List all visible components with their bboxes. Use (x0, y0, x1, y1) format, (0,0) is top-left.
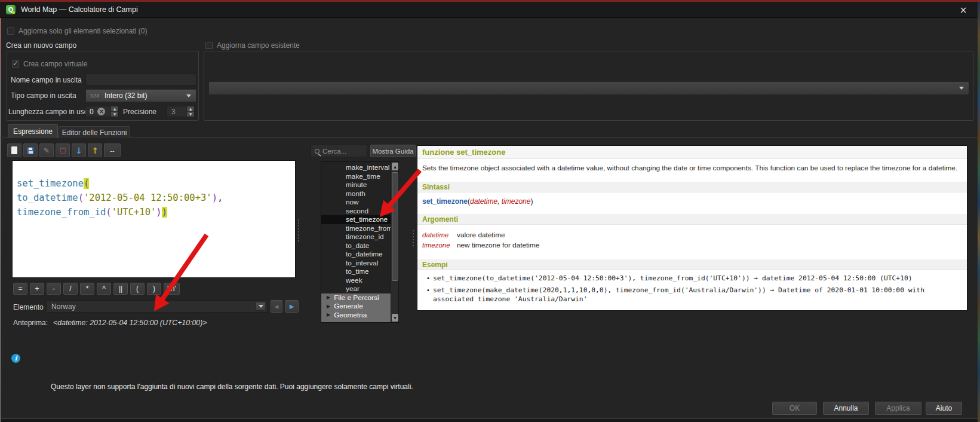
operator-button[interactable]: - (47, 283, 61, 295)
function-list-item[interactable]: to_time (321, 267, 391, 276)
tab-function-editor-label: Editor delle Funzioni (62, 129, 127, 137)
edit-expression-button[interactable]: ✎ (39, 143, 54, 157)
operator-button[interactable]: / (63, 283, 78, 295)
example-code: set_timezone(to_datetime('2012-05-04 12:… (433, 274, 959, 283)
tab-expression[interactable]: Espressione (8, 124, 58, 138)
close-icon[interactable]: × (957, 5, 969, 16)
function-list-item[interactable]: to_date (321, 241, 391, 250)
function-group-row[interactable]: ▶ (321, 319, 391, 323)
existing-field-combo[interactable] (208, 81, 969, 95)
operator-button[interactable]: ^ (97, 283, 111, 295)
background-edge-right (978, 2, 980, 422)
function-list-item[interactable]: minute (321, 181, 391, 189)
operator-button[interactable]: ( (130, 283, 145, 295)
syntax-heading: Sintassi (422, 183, 450, 191)
help-button[interactable]: Aiuto (926, 402, 962, 415)
background-edge-bottom (1, 418, 978, 422)
spin-up-icon[interactable]: ▲ (111, 106, 118, 111)
scroll-up-icon[interactable]: ▲ (392, 163, 398, 170)
function-list-item[interactable]: make_time (321, 172, 391, 181)
previous-feature-button[interactable]: ◀ (271, 300, 282, 313)
function-group-row[interactable]: ▶Geometria (321, 311, 391, 320)
function-group-row[interactable]: ▶File e Percorsi (321, 293, 391, 302)
spin-down-icon[interactable]: ▼ (187, 111, 194, 117)
function-label: to_interval (321, 259, 378, 267)
output-length-value: 0 (90, 108, 94, 116)
export-expression-button[interactable]: ↑ (88, 143, 102, 157)
apply-button[interactable]: Applica (875, 402, 921, 415)
code-token: ) (162, 207, 167, 218)
output-type-combo[interactable]: 123 Intero (32 bit) (85, 89, 196, 102)
update-existing-label: Aggiorna campo esistente (217, 41, 300, 50)
function-list-item[interactable]: now (321, 198, 391, 207)
function-list-scrollbar[interactable]: ▲ ▼ (391, 162, 398, 322)
precision-stepper[interactable]: ▲ ▼ (186, 106, 194, 117)
precision-value: 3 (171, 108, 176, 116)
next-feature-button[interactable]: ▶ (285, 300, 299, 313)
function-list-item[interactable]: to_datetime (321, 250, 391, 259)
ok-button[interactable]: OK (772, 402, 817, 415)
length-stepper[interactable]: ▲ ▼ (110, 106, 118, 117)
splitter-handle[interactable] (413, 230, 414, 246)
dropdown-arrow-icon (259, 305, 263, 308)
preview-value: <datetime: 2012-05-04 12:50:00 (UTC+10:0… (53, 319, 207, 327)
code-token: to_datetime (17, 192, 78, 203)
operator-button[interactable]: = (13, 283, 27, 295)
function-list-item[interactable]: second (321, 207, 391, 216)
feature-combo-arrow[interactable] (256, 302, 266, 311)
function-list: make_intervalmake_timeminutemonthnowseco… (321, 163, 398, 323)
scrollbar-thumb[interactable] (392, 172, 398, 281)
spin-down-icon[interactable]: ▼ (111, 111, 118, 117)
code-line: timezone_from_id('UTC+10')) (17, 205, 295, 219)
scroll-down-icon[interactable]: ▼ (392, 314, 398, 322)
function-label: second (321, 207, 368, 215)
new-expression-button[interactable] (7, 143, 21, 157)
function-list-item[interactable]: year (321, 285, 391, 293)
examples-list: •set_timezone(to_datetime('2012-05-04 12… (427, 274, 959, 307)
function-label: minute (321, 181, 367, 189)
field-calculator-dialog: Q World Map — Calcolatore di Campi × Agg… (0, 0, 980, 422)
clear-value-icon[interactable]: × (97, 108, 105, 115)
function-list-item[interactable]: make_interval (321, 163, 391, 172)
code-line: to_datetime('2012-05-04 12:50:00+3'), (17, 191, 295, 205)
new-file-icon (11, 146, 17, 154)
operator-button[interactable]: + (30, 283, 44, 295)
cancel-button[interactable]: Annulla (823, 402, 869, 415)
function-list-item[interactable]: week (321, 276, 391, 285)
tab-function-editor[interactable]: Editor delle Funzioni (59, 126, 130, 138)
search-input[interactable] (322, 148, 358, 155)
output-name-input[interactable] (85, 74, 196, 85)
apply-label: Applica (886, 404, 910, 412)
function-search[interactable] (311, 145, 367, 157)
function-list-item[interactable]: to_interval (321, 259, 391, 268)
spin-up-icon[interactable]: ▲ (187, 106, 194, 111)
splitter-handle[interactable] (298, 219, 299, 241)
function-list-item[interactable]: timezone_from_id (321, 224, 391, 233)
function-label: timezone_id (321, 233, 384, 241)
delete-expression-button[interactable] (56, 143, 70, 157)
virtual-field-checkbox[interactable]: ✓ (12, 60, 19, 68)
operator-button[interactable]: || (113, 283, 128, 295)
precision-spinbox[interactable]: 3 ▲ ▼ (167, 106, 195, 117)
expression-editor[interactable]: set_timezone(to_datetime('2012-05-04 12:… (12, 160, 296, 278)
function-list-item[interactable]: set_timezone (321, 215, 391, 224)
separator-button[interactable]: -- (104, 143, 121, 157)
argument-description: new timezone for datetime (457, 241, 539, 249)
code-token: timezone_from_id (17, 207, 106, 218)
save-expression-button[interactable] (23, 143, 38, 157)
update-existing-checkbox[interactable] (205, 42, 213, 49)
show-help-label: Mostra Guida (372, 148, 413, 155)
feature-combo[interactable]: Norway (46, 300, 268, 313)
output-length-spinbox[interactable]: 0 × ▲ ▼ (85, 106, 119, 117)
operator-button[interactable]: ) (147, 283, 161, 295)
import-expression-button[interactable]: ↓ (72, 143, 86, 157)
function-group-row[interactable]: ▶Generale (321, 302, 391, 311)
function-list-item[interactable]: timezone_id (321, 233, 391, 241)
only-selected-checkbox[interactable] (7, 27, 14, 35)
function-list-item[interactable]: month (321, 189, 391, 198)
syntax-separator: , (497, 197, 502, 206)
operator-button[interactable]: '\n' (164, 283, 180, 295)
help-description: Sets the timezone object associated with… (422, 164, 963, 172)
show-help-button[interactable]: Mostra Guida (370, 145, 416, 157)
operator-button[interactable]: * (80, 283, 94, 295)
